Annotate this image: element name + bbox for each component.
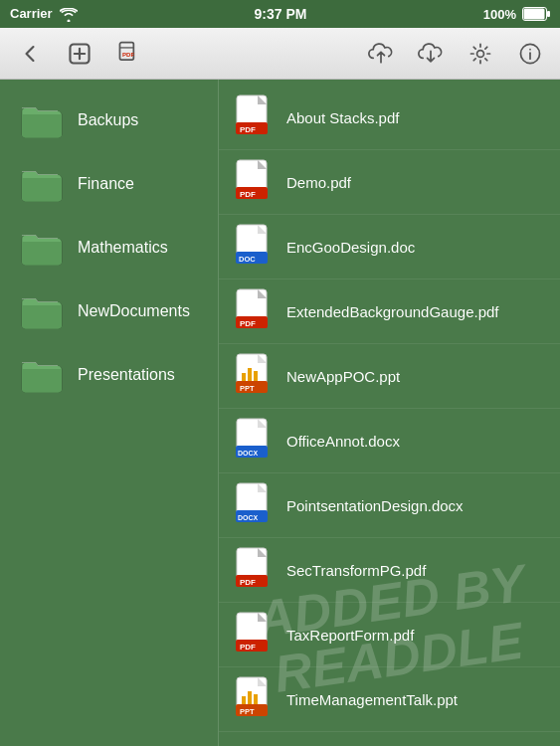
file-item-office-annot[interactable]: DOCX OfficeAnnot.docx: [219, 409, 560, 473]
sidebar-item-label: Presentations: [78, 366, 175, 384]
carrier-label: Carrier: [10, 6, 78, 22]
status-bar: Carrier 9:37 PM 100%: [0, 0, 560, 28]
svg-text:DOC: DOC: [239, 255, 256, 264]
svg-rect-41: [248, 691, 252, 704]
toolbar: PDF: [0, 28, 560, 80]
settings-button[interactable]: [463, 36, 498, 72]
file-icon: PDF: [235, 94, 275, 140]
sidebar-item-finance[interactable]: Finance: [6, 153, 212, 215]
folder-icon: [20, 292, 64, 330]
svg-text:DOCX: DOCX: [238, 514, 259, 521]
svg-rect-1: [524, 9, 545, 20]
file-name: EncGooDesign.doc: [286, 239, 415, 256]
sidebar-item-backups[interactable]: Backups: [6, 90, 212, 151]
file-icon: PDF: [235, 159, 275, 205]
sidebar-item-label: NewDocuments: [78, 302, 190, 320]
svg-rect-24: [254, 371, 258, 381]
file-icon: DOC: [235, 224, 275, 270]
svg-text:PDF: PDF: [240, 125, 256, 134]
file-icon: DOCX: [235, 418, 275, 464]
folder-icon: [20, 165, 64, 203]
svg-rect-22: [242, 373, 246, 381]
upload-button[interactable]: [363, 36, 399, 72]
svg-text:PPT: PPT: [240, 384, 255, 393]
svg-rect-23: [248, 368, 252, 381]
svg-text:PDF: PDF: [122, 52, 134, 58]
svg-rect-2: [547, 11, 550, 17]
sidebar: Backups Finance Mathematics: [0, 80, 219, 746]
sidebar-item-label: Finance: [78, 175, 134, 193]
battery-percent: 100%: [483, 7, 516, 22]
file-list: PDF About Stacks.pdf PDF Demo.pdf DOC En…: [219, 80, 560, 746]
file-icon: PDF: [235, 612, 275, 657]
file-name: SecTransformPG.pdf: [286, 562, 426, 579]
svg-text:PPT: PPT: [240, 707, 255, 716]
folder-icon: [20, 229, 64, 267]
add-button[interactable]: [62, 36, 97, 72]
file-name: PointsentationDesign.docx: [286, 497, 464, 514]
file-name: ExtendedBackgroundGauge.pdf: [286, 303, 499, 320]
sidebar-item-label: Mathematics: [78, 239, 168, 257]
svg-point-8: [529, 48, 531, 50]
info-button[interactable]: [512, 36, 548, 72]
file-item-demo[interactable]: PDF Demo.pdf: [219, 150, 560, 215]
file-icon: PDF: [235, 547, 275, 593]
sidebar-item-label: Backups: [78, 111, 138, 129]
battery-area: 100%: [483, 7, 550, 22]
file-name: TaxReportForm.pdf: [286, 627, 414, 644]
download-button[interactable]: [413, 36, 449, 72]
file-icon: DOCX: [235, 482, 275, 528]
time-label: 9:37 PM: [255, 6, 307, 22]
battery-icon: [522, 7, 550, 21]
svg-rect-42: [254, 694, 258, 704]
file-name: TimeManagementTalk.ppt: [286, 691, 458, 708]
file-item-sec-transform[interactable]: PDF SecTransformPG.pdf: [219, 538, 560, 603]
svg-text:DOCX: DOCX: [238, 450, 259, 457]
svg-text:PDF: PDF: [240, 190, 256, 199]
file-icon: PPT: [235, 676, 275, 722]
file-name: OfficeAnnot.docx: [286, 433, 400, 450]
pdf-button[interactable]: PDF: [111, 36, 147, 72]
file-name: Demo.pdf: [286, 174, 351, 191]
sidebar-item-newdocuments[interactable]: NewDocuments: [6, 280, 212, 342]
file-item-about-stacks[interactable]: PDF About Stacks.pdf: [219, 86, 560, 150]
file-item-tax-report[interactable]: PDF TaxReportForm.pdf: [219, 603, 560, 667]
folder-icon: [20, 101, 64, 139]
sidebar-item-presentations[interactable]: Presentations: [6, 344, 212, 406]
svg-text:PDF: PDF: [240, 643, 256, 652]
file-item-enc-goo-design[interactable]: DOC EncGooDesign.doc: [219, 215, 560, 280]
file-item-time-management[interactable]: PPT TimeManagementTalk.ppt: [219, 667, 560, 732]
sidebar-item-mathematics[interactable]: Mathematics: [6, 217, 212, 279]
file-icon: PDF: [235, 288, 275, 334]
file-item-extended-background[interactable]: PDF ExtendedBackgroundGauge.pdf: [219, 280, 560, 344]
file-item-new-app-poc[interactable]: PPT NewAppPOC.ppt: [219, 344, 560, 409]
main-content: Backups Finance Mathematics: [0, 80, 560, 746]
svg-point-6: [477, 50, 484, 57]
file-name: About Stacks.pdf: [286, 109, 399, 126]
svg-text:PDF: PDF: [240, 578, 256, 587]
file-icon: PPT: [235, 353, 275, 399]
svg-text:PDF: PDF: [240, 319, 256, 328]
file-item-pointsentation-design[interactable]: DOCX PointsentationDesign.docx: [219, 473, 560, 538]
file-name: NewAppPOC.ppt: [286, 368, 400, 385]
back-button[interactable]: [12, 36, 48, 72]
folder-icon: [20, 356, 64, 394]
svg-rect-40: [242, 696, 246, 704]
